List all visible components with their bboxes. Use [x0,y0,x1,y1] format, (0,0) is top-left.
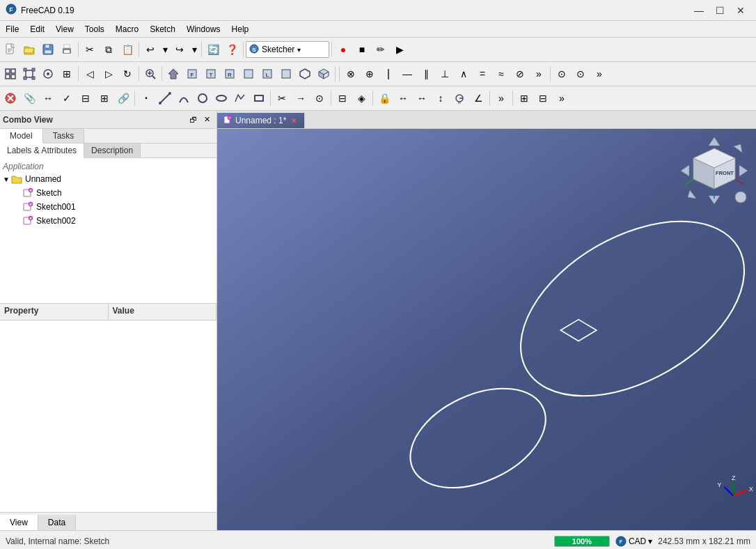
constrain-radius-button[interactable]: R [450,89,468,107]
sketch-point-button[interactable]: · [137,89,155,107]
sketch-polyline-button[interactable] [231,89,249,107]
menu-help[interactable]: Help [226,21,255,37]
tree-item-sketch[interactable]: ▶ S Sketch [0,186,216,200]
reorient-sketch-button[interactable]: ↔ [39,89,57,107]
leave-sketch-button[interactable] [1,89,19,107]
macro-record-button[interactable]: ● [334,40,352,59]
view-left-button[interactable]: L [258,65,276,83]
constrain-dist-h-button[interactable]: ↔ [413,89,431,107]
sync-view-button[interactable]: ↻ [118,65,136,83]
undo-dropdown-button[interactable]: ▾ [160,40,170,59]
minimize-button[interactable]: — [689,2,709,19]
print-button[interactable] [58,40,76,59]
constrain-vertical-button[interactable]: | [379,65,397,83]
more-constraints-button[interactable]: » [530,65,548,83]
std-view-menu-button[interactable]: ⊞ [58,65,76,83]
sketch-line-button[interactable] [156,89,174,107]
more-view-button[interactable]: » [553,89,571,107]
forward-view-button[interactable]: ▷ [100,65,118,83]
menu-file[interactable]: File [0,21,24,37]
view-dimetric-button[interactable] [315,65,333,83]
split-button[interactable]: ⊙ [310,89,329,107]
back-view-button[interactable]: ◁ [81,65,99,83]
tab-tasks[interactable]: Tasks [43,129,85,143]
sketcher-extra-2[interactable]: ⊙ [572,65,590,83]
doc-tab-close-button[interactable]: ✕ [289,116,299,125]
constrain-point-object-button[interactable]: ⊕ [361,65,379,83]
open-button[interactable] [20,40,38,59]
constrain-horizontal-button[interactable]: — [398,65,416,83]
redo-button[interactable]: ↪ [171,40,189,59]
macro-stop-button[interactable]: ■ [353,40,371,59]
zoom-menu-button[interactable] [141,65,159,83]
macro-run-button[interactable]: ▶ [391,40,409,59]
view-home-button[interactable] [164,65,182,83]
panel-close-button[interactable]: ✕ [200,113,214,127]
refresh-button[interactable]: 🔄 [204,40,222,59]
cad-indicator[interactable]: F CAD ▾ [615,536,652,547]
menu-edit[interactable]: Edit [24,21,50,37]
validate-sketch-button[interactable]: ✓ [58,89,76,107]
fit-all-button[interactable] [1,65,19,83]
tree-item-sketch002[interactable]: ▶ S Sketch002 [0,214,216,228]
merge-sketch-button[interactable]: ⊞ [95,89,113,107]
sub-tab-description[interactable]: Description [84,144,141,157]
bottom-tab-view[interactable]: View [0,515,38,530]
view-top-button[interactable]: T [202,65,220,83]
menu-sketch[interactable]: Sketch [144,21,181,37]
close-button[interactable]: ✕ [731,2,750,19]
constrain-tangent-button[interactable]: ∧ [455,65,473,83]
view-sketch-button[interactable]: ⊞ [515,89,533,107]
copy-button[interactable]: ⧉ [100,40,118,59]
menu-view[interactable]: View [50,21,79,37]
help-button[interactable]: ❓ [223,40,241,59]
menu-tools[interactable]: Tools [79,21,110,37]
sketch-arc-button[interactable] [175,89,193,107]
doc-tab-unnamed[interactable]: Unnamed : 1* ✕ [217,113,305,128]
undo-button[interactable]: ↩ [141,40,159,59]
constrain-equal-button[interactable]: = [473,65,491,83]
tree-item-unnamed[interactable]: ▼ Unnamed [0,172,216,186]
bottom-tab-data[interactable]: Data [38,515,76,530]
constrain-angle-button[interactable]: ∠ [469,89,487,107]
menu-macro[interactable]: Macro [110,21,144,37]
sketch-conic-button[interactable] [212,89,230,107]
menu-windows[interactable]: Windows [181,21,226,37]
draw-style-button[interactable] [39,65,57,83]
external-geo-2-button[interactable]: ◈ [352,89,370,107]
more-tb2[interactable]: » [590,65,608,83]
constrain-perpendicular-button[interactable]: ⊥ [436,65,454,83]
redo-dropdown-button[interactable]: ▾ [189,40,199,59]
nav-cube[interactable]: FRONT [679,136,749,206]
maximize-button[interactable]: ☐ [710,2,730,19]
tree-item-sketch001[interactable]: ▶ S Sketch001 [0,200,216,214]
view-isometric-button[interactable] [296,65,314,83]
new-button[interactable] [1,40,19,59]
tab-model[interactable]: Model [0,129,43,144]
view-bottom-button[interactable] [277,65,295,83]
constrain-block-button[interactable]: ⊘ [511,65,529,83]
fit-selection-button[interactable] [20,65,38,83]
macro-edit-button[interactable]: ✏ [372,40,390,59]
paste-button[interactable]: 📋 [118,40,136,59]
constrain-dist-button[interactable]: ↔ [394,89,412,107]
mirror-sketch-button[interactable]: ⊟ [77,89,95,107]
view-rear-button[interactable] [239,65,258,83]
panel-restore-button[interactable]: 🗗 [186,113,200,127]
extend-button[interactable]: → [292,89,310,107]
sketcher-extra-1[interactable]: ⊙ [553,65,571,83]
sub-tab-labels[interactable]: Labels & Attributes [0,144,84,158]
sketch-rect-button[interactable] [250,89,268,107]
apply-cns-button[interactable]: 🔗 [114,89,132,107]
view-section-button[interactable]: ⊟ [534,89,552,107]
save-button[interactable] [39,40,57,59]
constrain-dist-v-button[interactable]: ↕ [432,89,450,107]
attach-sketch-button[interactable]: 📎 [20,89,38,107]
sketch-circle-button[interactable] [194,89,212,107]
view-right-button[interactable]: R [221,65,239,83]
viewport[interactable]: X Z Y [217,129,756,530]
view-front-button[interactable]: F [183,65,201,83]
constrain-symmetric-button[interactable]: ≈ [492,65,510,83]
constrain-lock-button[interactable]: 🔒 [375,89,393,107]
sketch-more-button[interactable]: » [492,89,510,107]
